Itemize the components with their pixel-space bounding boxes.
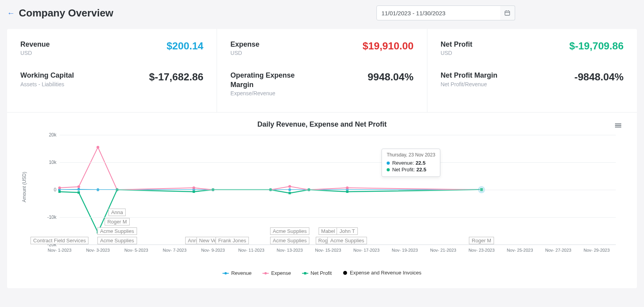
- x-tick: Nov- 15-2023: [315, 248, 341, 253]
- x-tick: Nov- 19-2023: [392, 248, 418, 253]
- x-tick: Nov- 29-2023: [584, 248, 610, 253]
- annotation[interactable]: Roger M: [105, 218, 130, 225]
- annotation[interactable]: Anna: [109, 209, 126, 216]
- metric-expense: Expense USD $19,910.00: [230, 40, 413, 56]
- data-point[interactable]: [192, 187, 195, 189]
- annotation[interactable]: Acme Supplies: [270, 227, 309, 235]
- chart-menu-button[interactable]: [613, 120, 624, 131]
- date-range-input[interactable]: [376, 5, 502, 20]
- metric-label: Net Profit Margin: [441, 71, 497, 80]
- data-point[interactable]: [77, 185, 80, 188]
- x-tick: Nov- 11-2023: [238, 248, 264, 253]
- tooltip-row: Net Profit:22.5: [387, 167, 435, 173]
- x-tick: Nov- 5-2023: [125, 248, 148, 253]
- metric-net-profit-margin: Net Profit Margin Net Profit/Revenue -98…: [441, 71, 624, 87]
- chart-section: Daily Revenue, Expense and Net Profit Am…: [7, 112, 637, 288]
- tooltip-date: Thursday, 23 Nov 2023: [387, 152, 435, 158]
- metric-value: $-17,682.86: [149, 71, 204, 83]
- data-point[interactable]: [346, 187, 349, 189]
- data-point[interactable]: [58, 187, 61, 189]
- back-arrow-icon[interactable]: ←: [7, 9, 15, 18]
- annotation[interactable]: Acme Supplies: [98, 227, 137, 235]
- metric-op-expense-margin: Operating Expense Margin Expense/Revenue…: [230, 71, 413, 96]
- annotation[interactable]: Acme Supplies: [270, 237, 309, 244]
- metric-net-profit: Net Profit USD $-19,709.86: [441, 40, 624, 56]
- tooltip-row: Revenue:22.5: [387, 160, 435, 166]
- metric-sub: Net Profit/Revenue: [441, 81, 497, 87]
- legend-item[interactable]: Revenue: [223, 270, 251, 276]
- annotation[interactable]: Contract Field Services: [31, 237, 89, 244]
- x-tick: Nov- 21-2023: [430, 248, 456, 253]
- metric-value: 9948.04%: [368, 71, 414, 83]
- metrics-col-1: Revenue USD $200.14 Working Capital Asse…: [7, 29, 217, 112]
- annotation[interactable]: John T: [337, 227, 358, 235]
- metric-working-capital: Working Capital Assets - Liabilities $-1…: [20, 71, 203, 87]
- annotation[interactable]: Roger M: [469, 237, 494, 244]
- overview-card: Revenue USD $200.14 Working Capital Asse…: [7, 29, 637, 288]
- data-point[interactable]: [78, 191, 80, 194]
- metric-label: Net Profit: [441, 40, 472, 49]
- chart-title: Daily Revenue, Expense and Net Profit: [20, 120, 624, 129]
- annotation[interactable]: Frank Jones: [215, 237, 249, 244]
- metrics-row: Revenue USD $200.14 Working Capital Asse…: [7, 29, 637, 112]
- x-ticks: Nov- 1-2023Nov- 3-2023Nov- 5-2023Nov- 7-…: [60, 248, 616, 254]
- metric-value: -9848.04%: [574, 71, 624, 83]
- header-bar: ← Company Overview: [0, 0, 644, 26]
- metric-value: $-19,709.86: [569, 40, 624, 52]
- svg-rect-10: [304, 272, 306, 274]
- legend: RevenueExpenseNet ProfitExpense and Reve…: [20, 264, 624, 276]
- y-ticks: -20k-10k010k20k: [36, 135, 60, 245]
- x-tick: Nov- 7-2023: [163, 248, 187, 253]
- data-point[interactable]: [58, 191, 61, 193]
- plot-region[interactable]: Contract Field ServicesAcme SuppliesRoge…: [60, 135, 616, 245]
- svg-point-8: [264, 272, 267, 274]
- legend-item[interactable]: Expense and Revenue Invoices: [343, 270, 421, 276]
- x-tick: Nov- 17-2023: [353, 248, 380, 253]
- calendar-icon: [504, 10, 510, 16]
- annotation[interactable]: Acme Supplies: [327, 237, 367, 244]
- svg-point-11: [343, 271, 347, 275]
- legend-item[interactable]: Expense: [262, 270, 291, 276]
- metric-label: Revenue: [20, 40, 50, 49]
- legend-item[interactable]: Net Profit: [302, 270, 332, 276]
- y-tick: 20k: [49, 132, 56, 138]
- metric-sub: USD: [230, 50, 259, 56]
- metric-value: $200.14: [166, 40, 203, 52]
- x-tick: Nov- 25-2023: [507, 248, 533, 253]
- tooltip: Thursday, 23 Nov 2023Revenue:22.5Net Pro…: [382, 149, 440, 177]
- calendar-button[interactable]: [500, 5, 515, 20]
- metric-label: Expense: [230, 40, 259, 49]
- x-tick: Nov- 1-2023: [48, 248, 72, 253]
- metrics-col-2: Expense USD $19,910.00 Operating Expense…: [217, 29, 427, 112]
- metric-revenue: Revenue USD $200.14: [20, 40, 203, 56]
- svg-rect-0: [505, 11, 510, 15]
- metric-sub: Assets - Liabilities: [20, 81, 74, 87]
- x-tick: Nov- 9-2023: [201, 248, 225, 253]
- y-tick: 0: [54, 187, 56, 193]
- data-point[interactable]: [96, 146, 99, 149]
- data-point[interactable]: [289, 192, 291, 194]
- chart-area[interactable]: Amount (USD) -20k-10k010k20k Contract Fi…: [36, 135, 624, 264]
- data-point[interactable]: [288, 185, 291, 188]
- metric-sub: USD: [20, 50, 50, 56]
- x-tick: Nov- 27-2023: [545, 248, 572, 253]
- metric-sub: Expense/Revenue: [230, 90, 317, 96]
- metric-value: $19,910.00: [363, 40, 414, 52]
- date-range-picker: [376, 5, 515, 20]
- x-tick: Nov- 13-2023: [277, 248, 303, 253]
- metric-label: Operating Expense Margin: [230, 71, 317, 89]
- metric-sub: USD: [441, 50, 472, 56]
- metrics-col-3: Net Profit USD $-19,709.86 Net Profit Ma…: [427, 29, 637, 112]
- annotation[interactable]: Acme Supplies: [98, 237, 137, 244]
- annotation[interactable]: Mabel: [318, 227, 338, 235]
- x-tick: Nov- 3-2023: [86, 248, 110, 253]
- data-point[interactable]: [193, 191, 195, 193]
- data-point[interactable]: [346, 191, 348, 193]
- page-title: Company Overview: [19, 7, 113, 19]
- svg-point-6: [224, 272, 227, 274]
- metric-label: Working Capital: [20, 71, 74, 80]
- x-tick: Nov- 23-2023: [469, 248, 495, 253]
- y-tick: 10k: [49, 160, 56, 165]
- y-axis-label: Amount (USD): [22, 172, 27, 202]
- y-tick: -10k: [47, 214, 56, 220]
